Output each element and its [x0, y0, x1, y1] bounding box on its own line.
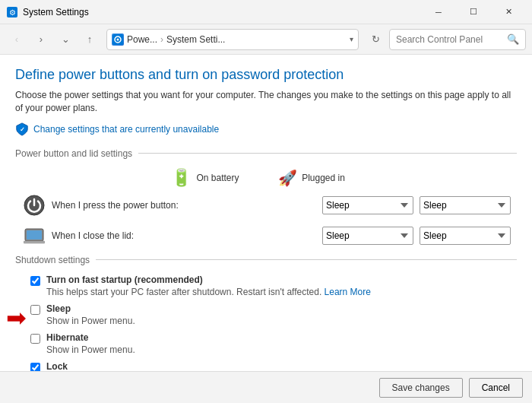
fast-startup-item: Turn on fast startup (recommended) This …: [30, 274, 517, 297]
svg-rect-8: [27, 230, 42, 240]
shutdown-section-title: Shutdown settings: [15, 255, 90, 265]
shutdown-section: Turn on fast startup (recommended) This …: [30, 274, 517, 384]
page-description: Choose the power settings that you want …: [15, 89, 517, 115]
red-arrow-annotation: ➡: [6, 306, 27, 330]
breadcrumb-icon: [112, 33, 124, 46]
lid-battery-select[interactable]: Sleep Hibernate Shut down Turn off the d…: [322, 227, 413, 245]
lid-label: When I close the lid:: [52, 230, 322, 241]
plugged-column-header: 🚀 Plugged in: [258, 168, 365, 188]
fast-startup-content: Turn on fast startup (recommended) This …: [46, 274, 371, 297]
battery-label: On battery: [196, 173, 239, 183]
plugged-icon: 🚀: [278, 169, 297, 187]
save-button[interactable]: Save changes: [379, 378, 463, 398]
lock-label[interactable]: Lock: [46, 361, 171, 372]
power-button-plugged-select[interactable]: Sleep Hibernate Shut down Turn off the d…: [420, 196, 511, 214]
navigation-bar: ‹ › ⌄ ↑ Powe... › System Setti... ▾ ↻ 🔍: [0, 24, 532, 55]
dropdown-button[interactable]: ⌄: [55, 29, 76, 50]
red-arrow-icon: ➡: [6, 306, 27, 330]
search-box: 🔍: [389, 29, 526, 50]
fast-startup-desc: This helps start your PC faster after sh…: [46, 287, 371, 297]
titlebar: ⚙ System Settings ─ ☐ ✕: [0, 0, 532, 24]
maximize-button[interactable]: ☐: [456, 0, 491, 24]
shutdown-divider: [96, 259, 517, 260]
window-title: System Settings: [23, 7, 421, 17]
power-section-title: Power button and lid settings: [15, 148, 132, 159]
shield-icon: ✓: [15, 122, 29, 136]
sleep-item: Sleep Show in Power menu.: [30, 303, 517, 326]
column-headers: 🔋 On battery 🚀 Plugged in: [152, 168, 517, 188]
hibernate-content: Hibernate Show in Power menu.: [46, 332, 135, 355]
plugged-label: Plugged in: [302, 173, 345, 183]
hibernate-desc: Show in Power menu.: [46, 344, 135, 355]
breadcrumb[interactable]: Powe... › System Setti... ▾: [106, 29, 359, 50]
breadcrumb-part2: System Setti...: [166, 34, 225, 45]
svg-point-4: [117, 38, 119, 40]
sleep-checkbox[interactable]: [30, 305, 40, 315]
search-input[interactable]: [396, 34, 502, 45]
shutdown-section-header: Shutdown settings: [15, 255, 517, 265]
breadcrumb-dropdown-icon: ▾: [350, 35, 353, 43]
sleep-label[interactable]: Sleep: [46, 303, 135, 314]
power-button-icon: [23, 194, 46, 217]
lid-icon: [23, 224, 46, 247]
svg-text:⚙: ⚙: [9, 8, 16, 17]
power-button-label: When I press the power button:: [52, 200, 322, 211]
back-button[interactable]: ‹: [6, 29, 27, 50]
change-settings-link-text[interactable]: Change settings that are currently unava…: [33, 124, 219, 135]
battery-icon: 🔋: [171, 168, 192, 188]
window-icon: ⚙: [6, 6, 18, 18]
close-button[interactable]: ✕: [491, 0, 526, 24]
hibernate-checkbox[interactable]: [30, 334, 40, 344]
hibernate-item: Hibernate Show in Power menu.: [30, 332, 517, 355]
breadcrumb-separator: ›: [160, 34, 163, 45]
fast-startup-learn-more[interactable]: Learn More: [325, 287, 371, 297]
lid-plugged-select[interactable]: Sleep Hibernate Shut down Turn off the d…: [420, 227, 511, 245]
breadcrumb-text: Powe... › System Setti...: [127, 34, 225, 45]
change-settings-link[interactable]: ✓ Change settings that are currently una…: [15, 122, 517, 136]
refresh-button[interactable]: ↻: [365, 29, 386, 50]
page-title: Define power buttons and turn on passwor…: [15, 67, 517, 83]
fast-startup-checkbox[interactable]: [30, 276, 40, 286]
svg-rect-9: [24, 241, 45, 243]
fast-startup-label[interactable]: Turn on fast startup (recommended): [46, 274, 371, 285]
search-icon: 🔍: [507, 33, 519, 45]
up-button[interactable]: ↑: [79, 29, 100, 50]
main-content: Define power buttons and turn on passwor…: [0, 55, 532, 403]
sleep-content: Sleep Show in Power menu.: [46, 303, 135, 326]
lid-row: When I close the lid: Sleep Hibernate Sh…: [23, 224, 517, 247]
cancel-button[interactable]: Cancel: [469, 378, 523, 398]
sleep-desc: Show in Power menu.: [46, 316, 135, 326]
hibernate-label[interactable]: Hibernate: [46, 332, 135, 343]
window-controls: ─ ☐ ✕: [421, 0, 526, 24]
power-section-header: Power button and lid settings: [15, 148, 517, 159]
power-button-row: When I press the power button: Sleep Hib…: [23, 194, 517, 217]
forward-button[interactable]: ›: [30, 29, 52, 50]
breadcrumb-part1: Powe...: [127, 34, 157, 45]
minimize-button[interactable]: ─: [421, 0, 456, 24]
section-divider: [138, 153, 517, 154]
battery-column-header: 🔋 On battery: [152, 168, 258, 188]
bottom-bar: Save changes Cancel: [0, 371, 532, 403]
svg-text:✓: ✓: [20, 125, 25, 132]
power-button-battery-select[interactable]: Sleep Hibernate Shut down Turn off the d…: [322, 196, 413, 214]
